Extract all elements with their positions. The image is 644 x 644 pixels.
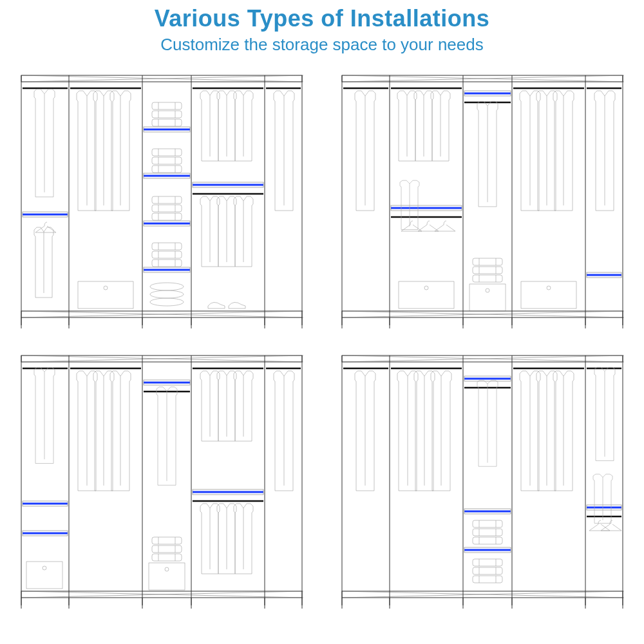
wardrobe-diagram-icon <box>20 74 303 328</box>
wardrobe-config-b <box>341 74 624 328</box>
svg-point-35 <box>150 298 184 306</box>
configurations-grid <box>0 55 644 615</box>
svg-point-34 <box>150 290 184 298</box>
svg-point-33 <box>150 283 184 290</box>
wardrobe-config-d <box>341 354 624 609</box>
wardrobe-config-c <box>20 354 303 609</box>
wardrobe-diagram-icon <box>20 354 303 609</box>
wardrobe-diagram-icon <box>341 354 624 609</box>
page-title: Various Types of Installations <box>0 5 644 32</box>
wardrobe-config-a <box>20 74 303 328</box>
header: Various Types of Installations Customize… <box>0 0 644 55</box>
wardrobe-diagram-icon <box>341 74 624 328</box>
page-subtitle: Customize the storage space to your need… <box>0 35 644 55</box>
